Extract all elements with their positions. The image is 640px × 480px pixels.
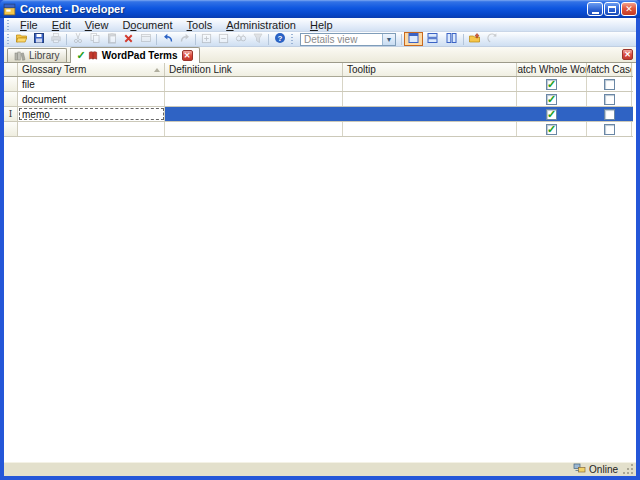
column-header-glossary-term[interactable]: Glossary Term <box>18 63 165 76</box>
match-case-checkbox[interactable] <box>604 79 615 90</box>
menu-administration[interactable]: Administration <box>219 18 303 32</box>
online-label: Online <box>589 464 618 475</box>
print-icon <box>50 32 62 46</box>
app-window: Content - Developer ✕ File Edit View Doc… <box>0 0 640 480</box>
cell-tooltip[interactable] <box>343 92 517 106</box>
menu-view[interactable]: View <box>78 18 116 32</box>
split-vertical-view-button[interactable] <box>442 32 461 46</box>
toolbar: ? Details view ▼ <box>4 32 636 47</box>
tab-close-icon[interactable]: ✕ <box>182 50 193 61</box>
column-header-match-whole-word[interactable]: Match Whole Word <box>517 63 587 76</box>
split-horizontal-view-button[interactable] <box>423 32 442 46</box>
cell-match-case <box>587 107 632 121</box>
pane-close-icon[interactable]: ✕ <box>622 49 633 60</box>
filter-button[interactable] <box>249 32 266 46</box>
filter-icon <box>252 32 264 46</box>
cell-glossary-term[interactable] <box>18 122 165 136</box>
tab-library[interactable]: Library <box>7 48 67 62</box>
glossary-book-icon <box>87 50 99 61</box>
row-header[interactable] <box>4 92 18 106</box>
paste-button[interactable] <box>103 32 120 46</box>
menu-help[interactable]: Help <box>303 18 340 32</box>
row-header[interactable] <box>4 122 18 136</box>
refresh-button[interactable] <box>483 32 500 46</box>
table-row-selected: I memo <box>4 107 633 122</box>
tab-label: Library <box>29 50 60 61</box>
cell-glossary-term-editing[interactable]: memo <box>18 107 165 121</box>
glossary-grid: Glossary Term Definition Link Tooltip Ma… <box>4 63 633 137</box>
open-button[interactable] <box>13 32 30 46</box>
status-bar: Online <box>4 461 636 476</box>
cell-glossary-term[interactable]: file <box>18 77 165 91</box>
minus-box-icon <box>218 33 229 46</box>
match-case-checkbox[interactable] <box>604 94 615 105</box>
cell-match-whole-word <box>517 122 587 136</box>
undo-button[interactable] <box>159 32 176 46</box>
document-area: Library ✓ WordPad Terms ✕ ✕ Glossary Ter… <box>4 47 636 476</box>
minimize-button[interactable] <box>587 2 603 16</box>
match-whole-word-checkbox[interactable] <box>546 79 557 90</box>
cell-match-whole-word <box>517 107 587 121</box>
cell-glossary-term[interactable]: document <box>18 92 165 106</box>
online-icon <box>573 463 589 476</box>
match-whole-word-checkbox[interactable] <box>546 124 557 135</box>
row-header[interactable] <box>4 77 18 91</box>
binoculars-icon <box>235 32 247 46</box>
properties-icon <box>140 32 152 46</box>
cell-tooltip[interactable] <box>343 122 517 136</box>
column-header-definition-link[interactable]: Definition Link <box>165 63 343 76</box>
cell-definition-link[interactable] <box>165 77 343 91</box>
table-row: document <box>4 92 633 107</box>
menu-edit[interactable]: Edit <box>45 18 78 32</box>
match-case-checkbox[interactable] <box>604 109 615 120</box>
undo-icon <box>162 32 174 46</box>
split-horizontal-icon <box>426 32 439 46</box>
expand-button[interactable] <box>198 32 215 46</box>
find-button[interactable] <box>232 32 249 46</box>
close-button[interactable]: ✕ <box>621 2 637 16</box>
menu-file[interactable]: File <box>13 18 45 32</box>
chevron-down-icon[interactable]: ▼ <box>382 34 395 45</box>
copy-button[interactable] <box>86 32 103 46</box>
details-pane-view-button[interactable] <box>404 32 423 46</box>
match-whole-word-checkbox[interactable] <box>546 109 557 120</box>
title-bar: Content - Developer ✕ <box>0 0 640 18</box>
redo-icon <box>179 32 191 46</box>
copy-icon <box>89 32 101 46</box>
app-icon <box>3 3 16 16</box>
online-status: Online <box>573 463 618 476</box>
toolbar-grip <box>6 32 11 46</box>
cell-match-case <box>587 92 632 106</box>
cell-tooltip[interactable] <box>343 107 517 121</box>
cell-tooltip[interactable] <box>343 77 517 91</box>
cell-definition-link[interactable] <box>165 122 343 136</box>
split-vertical-icon <box>445 32 458 46</box>
menu-tools[interactable]: Tools <box>180 18 220 32</box>
publish-button[interactable] <box>466 32 483 46</box>
table-row-new <box>4 122 633 137</box>
single-pane-icon <box>407 32 420 46</box>
cell-definition-link[interactable] <box>165 92 343 106</box>
column-header-match-case[interactable]: Match Case <box>587 63 632 76</box>
column-header-tooltip[interactable]: Tooltip <box>343 63 517 76</box>
redo-button[interactable] <box>176 32 193 46</box>
row-header-edit-indicator[interactable]: I <box>4 107 18 121</box>
print-button[interactable] <box>47 32 64 46</box>
view-mode-combobox[interactable]: Details view ▼ <box>300 33 396 46</box>
match-whole-word-checkbox[interactable] <box>546 94 557 105</box>
cut-button[interactable] <box>69 32 86 46</box>
save-button[interactable] <box>30 32 47 46</box>
maximize-button[interactable] <box>604 2 620 16</box>
delete-button[interactable] <box>120 32 137 46</box>
tab-wordpad-terms[interactable]: ✓ WordPad Terms ✕ <box>70 47 200 63</box>
cell-match-whole-word <box>517 92 587 106</box>
properties-button[interactable] <box>137 32 154 46</box>
refresh-icon <box>486 32 498 46</box>
delete-x-icon <box>123 33 134 46</box>
cell-definition-link[interactable] <box>165 107 343 121</box>
resize-grip[interactable] <box>622 463 635 476</box>
match-case-checkbox[interactable] <box>604 124 615 135</box>
collapse-button[interactable] <box>215 32 232 46</box>
help-button[interactable]: ? <box>271 32 288 46</box>
menu-document[interactable]: Document <box>115 18 179 32</box>
